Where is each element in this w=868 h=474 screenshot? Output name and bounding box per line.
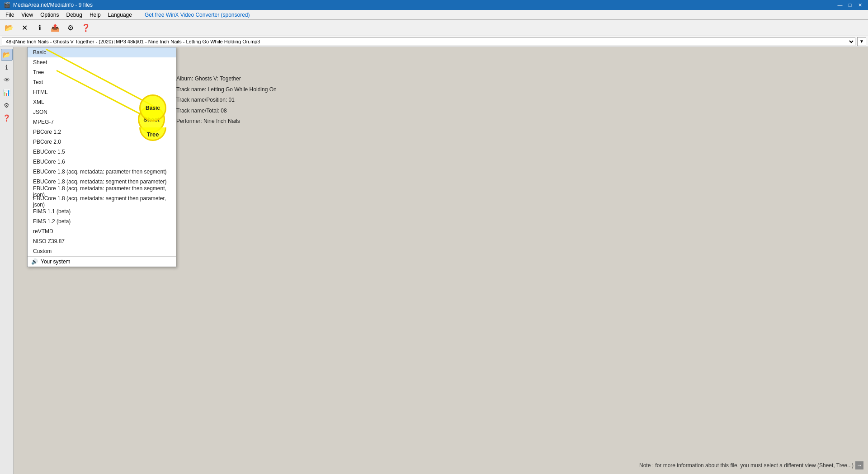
menu-item-mpeg7[interactable]: MPEG-7 (28, 117, 176, 127)
menu-item-html[interactable]: HTML (28, 87, 176, 97)
menu-debug[interactable]: Debug (63, 10, 86, 19)
menu-options[interactable]: Options (37, 10, 62, 19)
file-bar: 48k]Nine Inch Nails - Ghosts V Together … (0, 36, 868, 47)
menu-file[interactable]: File (2, 10, 18, 19)
menu-item-ebucore18stpj[interactable]: EBUCore 1.8 (acq. metadata: segment then… (28, 197, 176, 206)
system-icon: 🔊 (31, 258, 38, 265)
sidebar-icon-data[interactable]: 📊 (1, 87, 13, 99)
title-bar-title: MediaArea.net/MediaInfo - 9 files (13, 2, 93, 8)
menu-item-nisoz3987[interactable]: NISO Z39.87 (28, 236, 176, 246)
menu-item-json[interactable]: JSON (28, 107, 176, 117)
menu-item-your-system[interactable]: 🔊 Your system (28, 256, 176, 267)
menu-view[interactable]: View (18, 10, 37, 19)
menu-bar: File View Options Debug Help Language Ge… (0, 10, 868, 20)
toolbar-close[interactable]: ✕ (17, 21, 32, 35)
menu-item-pbcore12[interactable]: PBCore 1.2 (28, 127, 176, 137)
sidebar: 📂 ℹ 👁 📊 ⚙ ❓ (0, 47, 14, 474)
file-arrow[interactable]: ▼ (857, 37, 866, 46)
menu-item-tree[interactable]: Tree (28, 67, 176, 77)
menu-item-ebucore16[interactable]: EBUCore 1.6 (28, 157, 176, 167)
file-dropdown[interactable]: 48k]Nine Inch Nails - Ghosts V Together … (2, 37, 855, 46)
toolbar: 📂 ✕ ℹ 📤 ⚙ ❓ (0, 20, 868, 36)
main-container: 📂 ℹ 👁 📊 ⚙ ❓ Basic Sheet Tree Text HTML X… (0, 47, 868, 474)
bottom-note-arrow[interactable]: → (855, 461, 863, 469)
sidebar-icon-settings[interactable]: ⚙ (1, 99, 13, 111)
app-icon: 🎬 (4, 2, 10, 8)
sidebar-icon-info[interactable]: ℹ (1, 61, 13, 73)
menu-item-text[interactable]: Text (28, 77, 176, 87)
sidebar-icon-open[interactable]: 📂 (1, 49, 13, 61)
menu-item-revtmd[interactable]: reVTMD (28, 226, 176, 236)
minimize-button[interactable]: — (835, 1, 844, 9)
menu-help[interactable]: Help (86, 10, 104, 19)
info-album: Album: Ghosts V: Together (176, 74, 277, 84)
bottom-note-text: Note : for more information about this f… (639, 462, 854, 469)
info-track-name: Track name: Letting Go While Holding On (176, 85, 277, 95)
menu-item-xml[interactable]: XML (28, 97, 176, 107)
toolbar-export[interactable]: 📤 (48, 21, 62, 35)
menu-item-custom[interactable]: Custom (28, 246, 176, 256)
title-bar-left: 🎬 MediaArea.net/MediaInfo - 9 files (4, 2, 93, 8)
content-area: Basic Sheet Tree Text HTML XML JSON MPEG… (14, 47, 868, 474)
sidebar-icon-view[interactable]: 👁 (1, 74, 13, 86)
toolbar-about[interactable]: ❓ (79, 21, 93, 35)
menu-item-pbcore20[interactable]: PBCore 2.0 (28, 137, 176, 147)
menu-item-fims12[interactable]: FIMS 1.2 (beta) (28, 216, 176, 226)
menu-item-ebucore18pts[interactable]: EBUCore 1.8 (acq. metadata: parameter th… (28, 167, 176, 177)
menu-item-fims11[interactable]: FIMS 1.1 (beta) (28, 206, 176, 216)
toolbar-info[interactable]: ℹ (33, 21, 47, 35)
toolbar-settings[interactable]: ⚙ (63, 21, 78, 35)
toolbar-open[interactable]: 📂 (2, 21, 16, 35)
menu-item-basic[interactable]: Basic (28, 47, 176, 57)
menu-item-sheet[interactable]: Sheet (28, 57, 176, 67)
sidebar-icon-about[interactable]: ❓ (1, 112, 13, 124)
menu-item-ebucore15[interactable]: EBUCore 1.5 (28, 147, 176, 157)
system-label: Your system (41, 258, 71, 265)
view-dropdown-menu: Basic Sheet Tree Text HTML XML JSON MPEG… (27, 47, 176, 267)
sponsored-link[interactable]: Get free WinX Video Converter (sponsored… (145, 12, 250, 18)
close-button[interactable]: ✕ (855, 1, 864, 9)
title-bar-controls: — □ ✕ (835, 1, 864, 9)
bottom-note: Note : for more information about this f… (639, 461, 863, 469)
menu-language[interactable]: Language (104, 10, 136, 19)
info-performer: Performer: Nine Inch Nails (176, 117, 277, 127)
title-bar: 🎬 MediaArea.net/MediaInfo - 9 files — □ … (0, 0, 868, 10)
info-track-position: Track name/Position: 01 (176, 95, 277, 105)
maximize-button[interactable]: □ (845, 1, 854, 9)
info-track-total: Track name/Total: 08 (176, 106, 277, 116)
info-panel: Album: Ghosts V: Together Track name: Le… (167, 70, 286, 132)
